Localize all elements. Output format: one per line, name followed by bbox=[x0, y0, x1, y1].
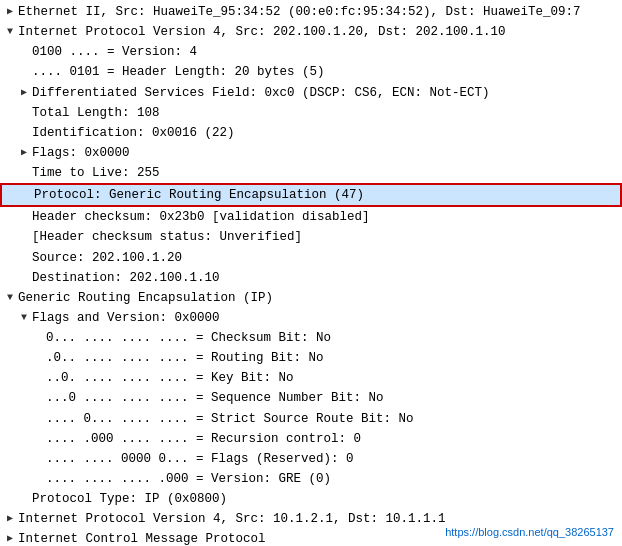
line-text-flags: Flags: 0x0000 bbox=[32, 144, 130, 162]
tree-line-protocol[interactable]: Protocol: Generic Routing Encapsulation … bbox=[0, 183, 622, 207]
line-text-gre-key-bit: ..0. .... .... .... = Key Bit: No bbox=[46, 369, 294, 387]
line-text-ttl: Time to Live: 255 bbox=[32, 164, 160, 182]
line-text-header-len: .... 0101 = Header Length: 20 bytes (5) bbox=[32, 63, 325, 81]
line-text-gre-routing-bit: .0.. .... .... .... = Routing Bit: No bbox=[46, 349, 324, 367]
expand-icon-gre[interactable] bbox=[4, 292, 16, 304]
expand-icon-gre-flags[interactable] bbox=[18, 312, 30, 324]
line-text-ipv4: Internet Protocol Version 4, Src: 202.10… bbox=[18, 23, 506, 41]
tree-line-gre-recursion[interactable]: .... .000 .... .... = Recursion control:… bbox=[0, 429, 622, 449]
line-text-checksum-val: Header checksum: 0x23b0 [validation disa… bbox=[32, 208, 370, 226]
line-text-gre-flags: Flags and Version: 0x0000 bbox=[32, 309, 220, 327]
expand-icon-inner-ipv4[interactable] bbox=[4, 513, 16, 525]
tree-line-gre-seq-bit[interactable]: ...0 .... .... .... = Sequence Number Bi… bbox=[0, 388, 622, 408]
tree-line-destination[interactable]: Destination: 202.100.1.10 bbox=[0, 268, 622, 288]
tree-line-gre-key-bit[interactable]: ..0. .... .... .... = Key Bit: No bbox=[0, 368, 622, 388]
tree-line-gre-checksum-bit[interactable]: 0... .... .... .... = Checksum Bit: No bbox=[0, 328, 622, 348]
line-text-identification: Identification: 0x0016 (22) bbox=[32, 124, 235, 142]
expand-icon-ipv4[interactable] bbox=[4, 26, 16, 38]
line-text-gre: Generic Routing Encapsulation (IP) bbox=[18, 289, 273, 307]
packet-tree: Ethernet II, Src: HuaweiTe_95:34:52 (00:… bbox=[0, 0, 622, 546]
line-text-protocol: Protocol: Generic Routing Encapsulation … bbox=[34, 186, 364, 204]
expand-icon-ethernet[interactable] bbox=[4, 6, 16, 18]
tree-line-gre-proto-type[interactable]: Protocol Type: IP (0x0800) bbox=[0, 489, 622, 509]
tree-line-source[interactable]: Source: 202.100.1.20 bbox=[0, 248, 622, 268]
line-text-gre-ssroute-bit: .... 0... .... .... = Strict Source Rout… bbox=[46, 410, 414, 428]
line-text-ethernet: Ethernet II, Src: HuaweiTe_95:34:52 (00:… bbox=[18, 3, 581, 21]
tree-line-ttl[interactable]: Time to Live: 255 bbox=[0, 163, 622, 183]
line-text-inner-ipv4: Internet Protocol Version 4, Src: 10.1.2… bbox=[18, 510, 446, 528]
tree-line-gre-version[interactable]: .... .... .... .000 = Version: GRE (0) bbox=[0, 469, 622, 489]
line-text-source: Source: 202.100.1.20 bbox=[32, 249, 182, 267]
watermark-link[interactable]: https://blog.csdn.net/qq_38265137 bbox=[445, 526, 614, 538]
line-text-total-len: Total Length: 108 bbox=[32, 104, 160, 122]
line-text-checksum-status: [Header checksum status: Unverified] bbox=[32, 228, 302, 246]
line-text-dscp: Differentiated Services Field: 0xc0 (DSC… bbox=[32, 84, 490, 102]
line-text-icmp: Internet Control Message Protocol bbox=[18, 530, 266, 546]
expand-icon-flags[interactable] bbox=[18, 147, 30, 159]
tree-line-gre-flags[interactable]: Flags and Version: 0x0000 bbox=[0, 308, 622, 328]
line-text-gre-flags-res: .... .... 0000 0... = Flags (Reserved): … bbox=[46, 450, 354, 468]
line-text-gre-seq-bit: ...0 .... .... .... = Sequence Number Bi… bbox=[46, 389, 384, 407]
tree-line-ethernet[interactable]: Ethernet II, Src: HuaweiTe_95:34:52 (00:… bbox=[0, 2, 622, 22]
tree-line-ipv4[interactable]: Internet Protocol Version 4, Src: 202.10… bbox=[0, 22, 622, 42]
tree-line-version[interactable]: 0100 .... = Version: 4 bbox=[0, 42, 622, 62]
expand-icon-icmp[interactable] bbox=[4, 533, 16, 545]
tree-line-header-len[interactable]: .... 0101 = Header Length: 20 bytes (5) bbox=[0, 62, 622, 82]
line-text-gre-version: .... .... .... .000 = Version: GRE (0) bbox=[46, 470, 331, 488]
tree-line-gre-routing-bit[interactable]: .0.. .... .... .... = Routing Bit: No bbox=[0, 348, 622, 368]
line-text-destination: Destination: 202.100.1.10 bbox=[32, 269, 220, 287]
tree-line-checksum-val[interactable]: Header checksum: 0x23b0 [validation disa… bbox=[0, 207, 622, 227]
tree-line-gre[interactable]: Generic Routing Encapsulation (IP) bbox=[0, 288, 622, 308]
tree-line-total-len[interactable]: Total Length: 108 bbox=[0, 103, 622, 123]
tree-line-gre-ssroute-bit[interactable]: .... 0... .... .... = Strict Source Rout… bbox=[0, 409, 622, 429]
tree-line-dscp[interactable]: Differentiated Services Field: 0xc0 (DSC… bbox=[0, 83, 622, 103]
tree-line-flags[interactable]: Flags: 0x0000 bbox=[0, 143, 622, 163]
tree-line-checksum-status[interactable]: [Header checksum status: Unverified] bbox=[0, 227, 622, 247]
tree-line-gre-flags-res[interactable]: .... .... 0000 0... = Flags (Reserved): … bbox=[0, 449, 622, 469]
line-text-gre-recursion: .... .000 .... .... = Recursion control:… bbox=[46, 430, 361, 448]
line-text-gre-checksum-bit: 0... .... .... .... = Checksum Bit: No bbox=[46, 329, 331, 347]
tree-line-identification[interactable]: Identification: 0x0016 (22) bbox=[0, 123, 622, 143]
expand-icon-dscp[interactable] bbox=[18, 87, 30, 99]
line-text-gre-proto-type: Protocol Type: IP (0x0800) bbox=[32, 490, 227, 508]
line-text-version: 0100 .... = Version: 4 bbox=[32, 43, 197, 61]
